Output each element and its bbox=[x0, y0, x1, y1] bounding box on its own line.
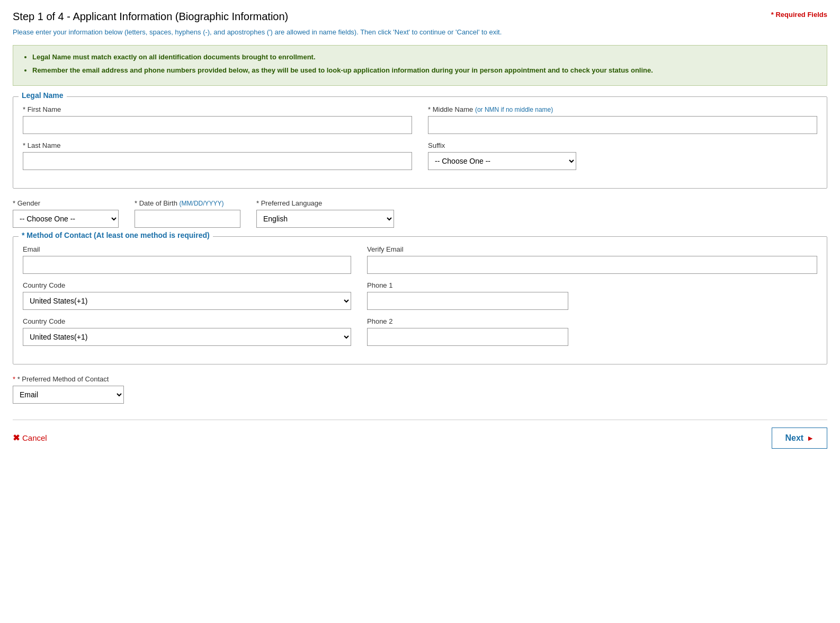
suffix-group: Suffix -- Choose One -- Jr. Sr. II III I… bbox=[428, 141, 576, 170]
dob-hint: (MM/DD/YYYY) bbox=[180, 200, 224, 207]
last-name-label: * Last Name bbox=[23, 141, 412, 149]
preferred-contact-label: * * Preferred Method of Contact bbox=[13, 375, 827, 383]
preferred-language-select[interactable]: English Spanish French Chinese Other bbox=[256, 210, 394, 228]
demographics-row: * Gender -- Choose One -- Male Female * … bbox=[13, 199, 827, 228]
notice-box: Legal Name must match exactly on all ide… bbox=[13, 45, 827, 86]
phone2-row: Country Code United States(+1) Canada(+1… bbox=[23, 317, 817, 346]
phone1-group: Phone 1 bbox=[367, 281, 568, 310]
country-code-1-group: Country Code United States(+1) Canada(+1… bbox=[23, 281, 351, 310]
required-fields-note: * Required Fields bbox=[771, 11, 827, 19]
country-code-2-group: Country Code United States(+1) Canada(+1… bbox=[23, 317, 351, 346]
notice-bullet-2: Remember the email address and phone num… bbox=[32, 65, 817, 76]
contact-legend: * Method of Contact (At least one method… bbox=[19, 231, 213, 239]
next-arrow-icon: ► bbox=[807, 434, 814, 442]
legal-name-section: Legal Name * First Name * Middle Name (o… bbox=[13, 96, 827, 189]
dob-label: * Date of Birth (MM/DD/YYYY) bbox=[135, 199, 240, 207]
name-row-1: * First Name * Middle Name (or NMN if no… bbox=[23, 105, 817, 134]
email-label: Email bbox=[23, 245, 351, 253]
info-text: Please enter your information below (let… bbox=[13, 27, 827, 38]
notice-bullet-1: Legal Name must match exactly on all ide… bbox=[32, 52, 817, 63]
name-row-2: * Last Name Suffix -- Choose One -- Jr. … bbox=[23, 141, 817, 170]
dob-input[interactable] bbox=[135, 210, 240, 228]
cancel-button[interactable]: ✖ Cancel bbox=[13, 433, 47, 443]
gender-select[interactable]: -- Choose One -- Male Female bbox=[13, 210, 119, 228]
email-row: Email Verify Email bbox=[23, 245, 817, 274]
contact-section: * Method of Contact (At least one method… bbox=[13, 236, 827, 364]
verify-email-input[interactable] bbox=[367, 256, 817, 274]
phone1-row: Country Code United States(+1) Canada(+1… bbox=[23, 281, 817, 310]
middle-name-label: * Middle Name (or NMN if no middle name) bbox=[428, 105, 817, 113]
next-label: Next bbox=[785, 433, 803, 443]
middle-name-group: * Middle Name (or NMN if no middle name) bbox=[428, 105, 817, 134]
middle-name-hint: (or NMN if no middle name) bbox=[475, 106, 553, 113]
first-name-group: * First Name bbox=[23, 105, 412, 134]
verify-email-label: Verify Email bbox=[367, 245, 817, 253]
preferred-language-label: * Preferred Language bbox=[256, 199, 394, 207]
first-name-input[interactable] bbox=[23, 116, 412, 134]
gender-group: * Gender -- Choose One -- Male Female bbox=[13, 199, 119, 228]
email-group: Email bbox=[23, 245, 351, 274]
phone2-input[interactable] bbox=[367, 328, 568, 346]
preferred-contact-section: * * Preferred Method of Contact Email Ph… bbox=[13, 375, 827, 404]
country-code-2-select[interactable]: United States(+1) Canada(+1) Mexico(+52)… bbox=[23, 328, 351, 346]
country-code-2-label: Country Code bbox=[23, 317, 351, 325]
country-code-1-label: Country Code bbox=[23, 281, 351, 289]
verify-email-group: Verify Email bbox=[367, 245, 817, 274]
last-name-input[interactable] bbox=[23, 152, 412, 170]
cancel-label: Cancel bbox=[22, 433, 47, 442]
dob-group: * Date of Birth (MM/DD/YYYY) bbox=[135, 199, 240, 228]
phone1-label: Phone 1 bbox=[367, 281, 568, 289]
footer-bar: ✖ Cancel Next ► bbox=[13, 420, 827, 456]
phone1-input[interactable] bbox=[367, 292, 568, 310]
preferred-contact-select[interactable]: Email Phone 1 Phone 2 bbox=[13, 386, 124, 404]
suffix-select[interactable]: -- Choose One -- Jr. Sr. II III IV bbox=[428, 152, 576, 170]
middle-name-input[interactable] bbox=[428, 116, 817, 134]
email-input[interactable] bbox=[23, 256, 351, 274]
legal-name-legend: Legal Name bbox=[19, 91, 67, 100]
preferred-language-group: * Preferred Language English Spanish Fre… bbox=[256, 199, 394, 228]
last-name-group: * Last Name bbox=[23, 141, 412, 170]
phone2-group: Phone 2 bbox=[367, 317, 568, 346]
cancel-x-icon: ✖ bbox=[13, 433, 20, 443]
country-code-1-select[interactable]: United States(+1) Canada(+1) Mexico(+52)… bbox=[23, 292, 351, 310]
page-header: Step 1 of 4 - Applicant Information (Bio… bbox=[13, 11, 827, 23]
suffix-label: Suffix bbox=[428, 141, 576, 149]
page-title: Step 1 of 4 - Applicant Information (Bio… bbox=[13, 11, 288, 23]
gender-label: * Gender bbox=[13, 199, 119, 207]
phone2-label: Phone 2 bbox=[367, 317, 568, 325]
first-name-label: * First Name bbox=[23, 105, 412, 113]
next-button[interactable]: Next ► bbox=[772, 428, 827, 449]
